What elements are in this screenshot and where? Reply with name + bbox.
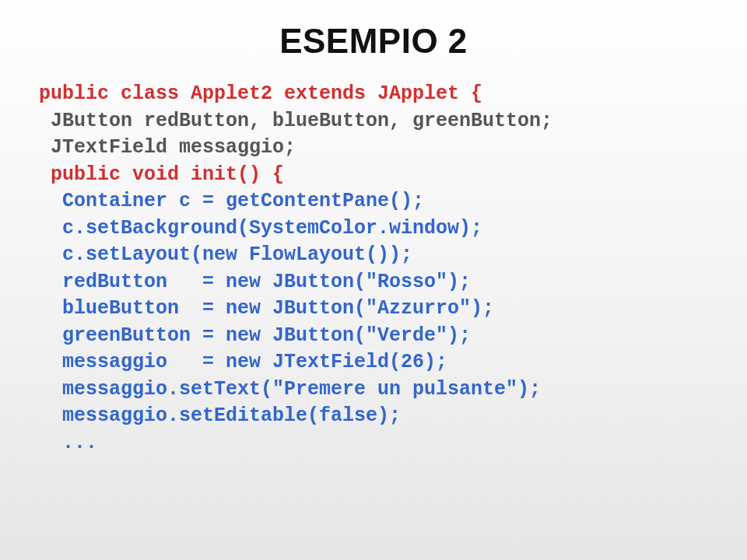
code-line-12: messaggio.setText("Premere un pulsante")… [39, 378, 541, 401]
code-line-6: c.setBackground(SystemColor.window); [39, 217, 482, 240]
slide-title: ESEMPIO 2 [39, 22, 708, 61]
code-line-4: public void init() { [39, 163, 284, 186]
code-line-11: messaggio = new JTextField(26); [39, 351, 447, 373]
code-line-14: ... [39, 432, 97, 454]
code-line-10: greenButton = new JButton("Verde"); [39, 324, 471, 347]
code-line-8: redButton = new JButton("Rosso"); [39, 271, 471, 293]
code-block: public class Applet2 extends JApplet { J… [39, 81, 708, 457]
slide: ESEMPIO 2 public class Applet2 extends J… [0, 0, 747, 560]
code-line-13: messaggio.setEditable(false); [39, 404, 401, 427]
code-line-1: public class Applet2 extends JApplet { [39, 82, 482, 105]
code-line-5: Container c = getContentPane(); [39, 190, 424, 212]
code-line-9: blueButton = new JButton("Azzurro"); [39, 297, 494, 320]
code-line-3: JTextField messaggio; [39, 136, 296, 159]
code-line-7: c.setLayout(new FlowLayout()); [39, 243, 412, 266]
code-line-2: JButton redButton, blueButton, greenButt… [39, 110, 552, 132]
